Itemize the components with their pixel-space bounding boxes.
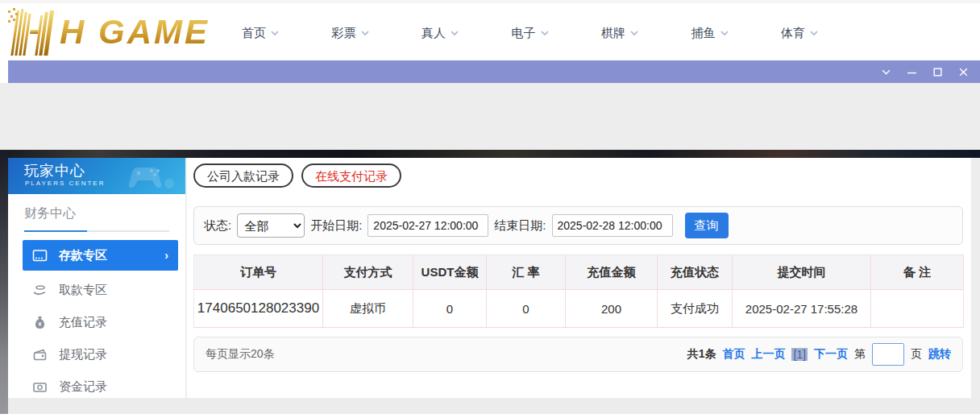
end-date-input[interactable] xyxy=(552,214,673,237)
jump-button[interactable]: 跳转 xyxy=(928,347,951,362)
col-exchange-rate: 汇 率 xyxy=(487,255,566,290)
col-submit-time: 提交时间 xyxy=(733,255,871,290)
nav-label: 捕鱼 xyxy=(691,26,716,41)
minimize-icon[interactable] xyxy=(906,66,917,77)
chevron-down-icon xyxy=(810,29,818,37)
decor-left-strip xyxy=(0,150,8,418)
withdrawal-wallet-icon xyxy=(32,347,48,362)
chevron-down-icon xyxy=(630,29,638,37)
cell-recharge-status: 支付成功 xyxy=(658,290,733,328)
total-count-text: 共1条 xyxy=(687,347,716,362)
cell-pay-method: 虚拟币 xyxy=(323,290,413,328)
records-table: 订单号 支付方式 USDT金额 汇 率 充值金额 充值状态 提交时间 备 注 1… xyxy=(193,255,964,328)
chevron-down-icon xyxy=(720,29,729,37)
cell-submit-time: 2025-02-27 17:55:28 xyxy=(733,290,871,328)
sidebar: 玩家中心 PLAYERS CENTER 财务中心 存款专区 › xyxy=(8,158,185,398)
nav-label: 首页 xyxy=(242,26,266,41)
nav-item-live[interactable]: 真人 xyxy=(421,26,459,41)
bottom-edge xyxy=(0,414,980,418)
status-label: 状态: xyxy=(204,218,231,234)
tab-online-payment-records[interactable]: 在线支付记录 xyxy=(301,163,401,188)
sidebar-item-label: 充值记录 xyxy=(59,315,107,330)
chevron-down-icon xyxy=(271,29,279,37)
cell-recharge-amount: 200 xyxy=(566,290,658,328)
page-number-input[interactable] xyxy=(872,343,904,366)
tab-company-deposit-records[interactable]: 公司入款记录 xyxy=(193,163,293,188)
recharge-moneybag-icon: ¥ xyxy=(32,315,48,330)
nav-item-chess[interactable]: 棋牌 xyxy=(601,26,638,41)
nav-item-lottery[interactable]: 彩票 xyxy=(332,26,369,41)
cell-exchange-rate: 0 xyxy=(487,290,566,328)
cell-remark xyxy=(871,290,964,328)
first-page-link[interactable]: 首页 xyxy=(722,347,745,362)
sidebar-header: 玩家中心 PLAYERS CENTER xyxy=(8,158,185,194)
col-usdt-amount: USDT金额 xyxy=(413,255,487,290)
sidebar-item-recharge-records[interactable]: ¥ 充值记录 xyxy=(23,306,178,338)
funds-record-icon xyxy=(32,379,48,395)
nav-label: 体育 xyxy=(781,26,805,41)
cell-usdt-amount: 0 xyxy=(413,290,487,328)
logo-text: H GAME xyxy=(60,5,210,60)
nav-label: 棋牌 xyxy=(601,26,625,41)
section-title: 财务中心 xyxy=(24,206,76,220)
start-date-input[interactable] xyxy=(368,214,488,237)
nav-item-sports[interactable]: 体育 xyxy=(781,26,818,41)
main-panel: 公司入款记录 在线支付记录 状态: 全部 开始日期: 结束日期: 查询 订单号 … xyxy=(187,158,971,398)
prev-page-link[interactable]: 上一页 xyxy=(751,347,785,362)
chevron-down-icon xyxy=(541,29,549,37)
decor-dark-band xyxy=(0,150,980,158)
table-header-row: 订单号 支付方式 USDT金额 汇 率 充值金额 充值状态 提交时间 备 注 xyxy=(194,255,964,290)
sidebar-item-funds-records[interactable]: 资金记录 xyxy=(23,370,178,403)
jump-suffix-text: 页 xyxy=(911,347,922,362)
col-remark: 备 注 xyxy=(871,255,964,290)
top-header: H GAME 首页 彩票 真人 电子 棋牌 捕鱼 体育 xyxy=(0,0,980,63)
cell-order-no: 1740650128023390 xyxy=(194,290,323,328)
end-date-label: 结束日期: xyxy=(494,218,546,234)
next-page-link[interactable]: 下一页 xyxy=(814,347,848,362)
gamepad-icon xyxy=(122,161,179,192)
sidebar-menu: 存款专区 › 取款专区 ¥ 充值记录 提现记录 xyxy=(8,237,185,403)
jump-prefix-text: 第 xyxy=(854,347,866,362)
sidebar-item-withdraw-zone[interactable]: 取款专区 xyxy=(23,274,178,306)
sidebar-subtitle: PLAYERS CENTER xyxy=(25,180,105,187)
sidebar-item-label: 提现记录 xyxy=(59,347,107,362)
col-order-no: 订单号 xyxy=(194,255,323,290)
col-recharge-status: 充值状态 xyxy=(658,255,733,290)
svg-text:¥: ¥ xyxy=(39,321,42,326)
sidebar-item-label: 取款专区 xyxy=(59,283,107,298)
window-dropdown-icon[interactable] xyxy=(880,66,891,77)
chevron-right-icon: › xyxy=(164,249,168,262)
chevron-down-icon xyxy=(451,29,459,37)
nav-label: 电子 xyxy=(512,26,536,41)
sidebar-item-label: 存款专区 xyxy=(59,248,107,263)
nav-item-slots[interactable]: 电子 xyxy=(512,26,549,41)
per-page-text: 每页显示20条 xyxy=(206,347,275,362)
query-button[interactable]: 查询 xyxy=(685,213,729,238)
sidebar-item-label: 资金记录 xyxy=(59,379,107,395)
nav-label: 彩票 xyxy=(332,26,356,41)
chevron-down-icon xyxy=(361,29,369,37)
nav-item-home[interactable]: 首页 xyxy=(242,26,279,41)
col-pay-method: 支付方式 xyxy=(323,255,413,290)
start-date-label: 开始日期: xyxy=(310,218,362,234)
maximize-icon[interactable] xyxy=(932,66,943,77)
main-nav: 首页 彩票 真人 电子 棋牌 捕鱼 体育 xyxy=(242,6,818,60)
status-select[interactable]: 全部 xyxy=(237,213,305,238)
sidebar-section: 财务中心 xyxy=(8,194,185,222)
logo-icon xyxy=(5,6,58,59)
close-icon[interactable] xyxy=(957,66,969,77)
nav-label: 真人 xyxy=(421,26,446,41)
pager-controls: 共1条 首页 上一页 [1] 下一页 第 页 跳转 xyxy=(687,343,951,366)
sidebar-item-deposit-zone[interactable]: 存款专区 › xyxy=(23,240,178,271)
sidebar-item-withdrawal-records[interactable]: 提现记录 xyxy=(23,338,178,370)
record-tabs: 公司入款记录 在线支付记录 xyxy=(193,163,401,188)
brand-logo[interactable]: H GAME xyxy=(5,5,210,60)
upper-gray-region xyxy=(0,83,980,150)
sidebar-title: 玩家中心 xyxy=(24,161,85,180)
pagination-bar: 每页显示20条 共1条 首页 上一页 [1] 下一页 第 页 跳转 xyxy=(193,337,963,372)
nav-item-fishing[interactable]: 捕鱼 xyxy=(691,26,729,41)
withdraw-hand-icon xyxy=(32,283,48,298)
col-recharge-amount: 充值金额 xyxy=(566,255,658,290)
window-titlebar xyxy=(8,60,980,83)
filter-bar: 状态: 全部 开始日期: 结束日期: 查询 xyxy=(193,206,963,245)
